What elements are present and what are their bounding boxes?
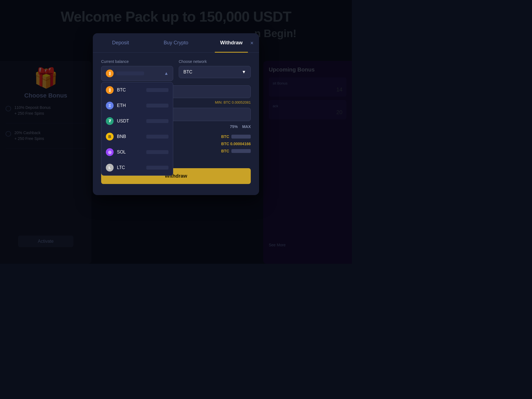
network-chevron-icon: ▼ bbox=[242, 70, 246, 75]
you-will-receive-value: BTC bbox=[221, 149, 251, 153]
btc-balance-blur bbox=[146, 88, 168, 92]
dropdown-item-sol[interactable]: ◎ SOL bbox=[101, 144, 173, 160]
pct-max-button[interactable]: MAX bbox=[242, 124, 251, 129]
close-button[interactable]: × bbox=[250, 40, 254, 46]
currency-dropdown: ₿ BTC Ξ ETH ₮ USDT bbox=[101, 82, 173, 176]
bnb-balance-blur bbox=[146, 135, 168, 139]
ltc-balance-blur bbox=[146, 166, 168, 170]
network-fee-value: BTC 0.00004166 bbox=[221, 142, 251, 146]
currency-select-wrapper: ₿ ▲ ₿ BTC Ξ ETH bbox=[101, 66, 173, 81]
current-balance-group: Current balance ₿ ▲ ₿ BTC bbox=[101, 59, 173, 81]
dropdown-item-btc[interactable]: ₿ BTC bbox=[101, 82, 173, 98]
usdt-balance-blur bbox=[146, 119, 168, 123]
network-select[interactable]: BTC ▼ bbox=[179, 66, 251, 78]
sol-icon: ◎ bbox=[106, 148, 114, 156]
dropdown-item-usdt[interactable]: ₮ USDT bbox=[101, 113, 173, 129]
modal-body: Current balance ₿ ▲ ₿ BTC bbox=[93, 53, 259, 163]
withdraw-amount-value: BTC bbox=[221, 134, 251, 139]
selected-coin-icon: ₿ bbox=[106, 70, 114, 77]
current-balance-label: Current balance bbox=[101, 59, 173, 64]
dropdown-item-ltc[interactable]: Ł LTC bbox=[101, 160, 173, 175]
currency-select[interactable]: ₿ ▲ bbox=[101, 66, 173, 81]
selected-balance-blur bbox=[116, 71, 144, 75]
btc-label: BTC bbox=[117, 88, 126, 93]
sol-label: SOL bbox=[117, 150, 126, 155]
eth-label: ETH bbox=[117, 103, 126, 108]
ltc-icon: Ł bbox=[106, 164, 114, 172]
network-group: Choose network BTC ▼ bbox=[179, 59, 251, 81]
modal-tabs: Deposit Buy Crypto Withdraw × bbox=[93, 33, 259, 53]
usdt-label: USDT bbox=[117, 119, 129, 124]
form-row-top: Current balance ₿ ▲ ₿ BTC bbox=[101, 59, 251, 81]
bnb-icon: B bbox=[106, 133, 114, 140]
usdt-icon: ₮ bbox=[106, 117, 114, 125]
withdraw-amount-blur bbox=[231, 135, 251, 139]
tab-buy-crypto[interactable]: Buy Crypto bbox=[148, 33, 204, 52]
selected-network-value: BTC bbox=[183, 70, 192, 75]
dropdown-item-eth[interactable]: Ξ ETH bbox=[101, 98, 173, 113]
receive-amount-blur bbox=[231, 149, 251, 153]
pct-75-button[interactable]: 75% bbox=[230, 124, 238, 129]
eth-icon: Ξ bbox=[106, 102, 114, 109]
btc-icon: ₿ bbox=[106, 86, 114, 94]
tab-deposit[interactable]: Deposit bbox=[93, 33, 148, 52]
network-label: Choose network bbox=[179, 59, 251, 64]
currency-select-arrow-icon: ▲ bbox=[164, 71, 168, 76]
eth-balance-blur bbox=[146, 104, 168, 108]
sol-balance-blur bbox=[146, 150, 168, 154]
dropdown-item-bnb[interactable]: B BNB bbox=[101, 129, 173, 144]
ltc-label: LTC bbox=[117, 165, 125, 170]
bnb-label: BNB bbox=[117, 134, 126, 139]
withdraw-modal: Deposit Buy Crypto Withdraw × Current ba… bbox=[93, 33, 259, 195]
